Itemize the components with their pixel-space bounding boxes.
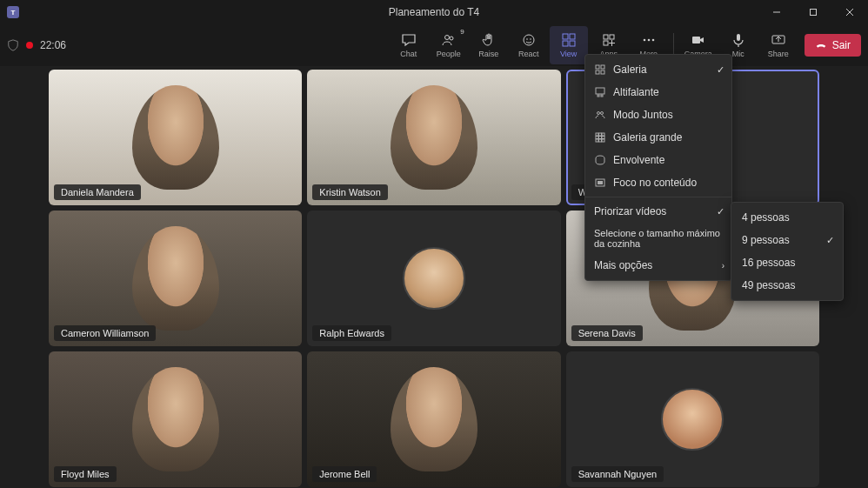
svg-rect-10	[570, 34, 575, 39]
svg-rect-39	[596, 139, 598, 142]
menu-label: Selecione o tamanho máximo da cozinha	[594, 228, 723, 249]
svg-point-5	[450, 37, 453, 40]
participant-tile[interactable]: Kristin Watson	[307, 70, 560, 205]
participant-video	[132, 226, 219, 331]
svg-rect-11	[563, 41, 568, 46]
large-gallery-icon	[594, 131, 606, 144]
chat-button[interactable]: Chat	[390, 26, 428, 64]
svg-rect-24	[596, 65, 599, 69]
size-option-49[interactable]: 49 pessoas	[731, 274, 843, 297]
participant-video	[391, 85, 477, 190]
svg-rect-41	[602, 139, 604, 142]
svg-rect-13	[604, 35, 608, 39]
react-button[interactable]: React	[510, 26, 548, 64]
svg-point-7	[526, 38, 528, 40]
svg-rect-33	[596, 133, 598, 136]
svg-rect-21	[692, 37, 700, 43]
participant-tile[interactable]: Savannah Nguyen	[566, 351, 819, 487]
menu-separator	[585, 197, 731, 197]
svg-rect-38	[602, 137, 604, 139]
participant-tile[interactable]: Floyd Miles	[49, 351, 302, 487]
menu-label: 4 pessoas	[742, 211, 790, 224]
participant-name: Jerome Bell	[312, 466, 377, 482]
mic-icon	[731, 32, 746, 48]
svg-point-8	[530, 38, 531, 40]
participant-tile[interactable]: Jerome Bell	[307, 351, 560, 487]
react-icon	[521, 32, 537, 48]
svg-rect-37	[599, 137, 602, 139]
svg-rect-28	[596, 88, 604, 94]
menu-label: 9 pessoas	[742, 234, 790, 246]
participant-name: Savannah Nguyen	[571, 466, 664, 482]
svg-point-31	[598, 112, 600, 115]
gallery-size-submenu: 4 pessoas 9 pessoas ✓ 16 pessoas 49 pess…	[731, 202, 844, 301]
view-option-prioritize-videos[interactable]: Priorizar vídeos ✓	[585, 200, 731, 223]
svg-rect-15	[604, 41, 608, 45]
view-button[interactable]: View	[550, 26, 588, 64]
mic-label: Mic	[732, 50, 744, 58]
checkmark-icon: ✓	[717, 64, 724, 76]
meeting-duration: 22:06	[40, 39, 66, 51]
view-option-immersive[interactable]: Envolvente	[585, 149, 731, 171]
view-option-gallery[interactable]: Galeria ✓	[585, 58, 731, 81]
view-option-focus-content[interactable]: Foco no conteúdo	[585, 171, 731, 194]
participant-name: Daniela Mandera	[54, 184, 141, 200]
menu-label: Modo Juntos	[613, 109, 673, 121]
size-option-4[interactable]: 4 pessoas	[731, 206, 843, 229]
svg-point-6	[524, 35, 534, 45]
together-icon	[594, 109, 606, 121]
speaker-icon	[594, 86, 606, 98]
view-option-together[interactable]: Modo Juntos	[585, 104, 731, 126]
teams-app-icon: T	[7, 6, 19, 18]
size-option-9[interactable]: 9 pessoas ✓	[731, 229, 843, 251]
menu-label: Foco no conteúdo	[613, 177, 697, 189]
participant-name: Serena Davis	[571, 325, 643, 341]
participant-name: Kristin Watson	[312, 184, 388, 200]
participant-tile[interactable]: Ralph Edwards	[307, 211, 560, 346]
share-label: Share	[768, 50, 789, 58]
more-icon	[641, 32, 657, 48]
svg-rect-40	[599, 139, 602, 142]
view-option-large-gallery[interactable]: Galeria grande	[585, 126, 731, 149]
people-count-badge: 9	[460, 28, 464, 36]
window-maximize-button[interactable]	[795, 0, 831, 24]
size-option-16[interactable]: 16 pessoas	[731, 251, 843, 274]
participant-avatar	[661, 388, 724, 451]
raise-hand-button[interactable]: Raise	[470, 26, 508, 64]
participant-tile[interactable]: Daniela Mandera	[49, 70, 302, 205]
checkmark-icon: ✓	[826, 235, 834, 246]
svg-point-4	[444, 36, 449, 40]
participant-tile[interactable]: Cameron Williamson	[49, 211, 302, 346]
window-close-button[interactable]	[831, 0, 868, 24]
window-title: Planeamento do T4	[389, 6, 480, 18]
view-option-more-options[interactable]: Mais opções ›	[585, 254, 731, 277]
leave-label: Sair	[832, 39, 851, 51]
people-button[interactable]: 9 People	[430, 26, 468, 64]
svg-rect-29	[598, 95, 599, 97]
menu-label: Envolvente	[613, 154, 664, 166]
view-label: View	[560, 50, 577, 58]
chat-label: Chat	[400, 50, 417, 58]
menu-label: Altifalante	[613, 86, 659, 98]
window-minimize-button[interactable]	[758, 0, 795, 24]
camera-icon	[691, 32, 706, 48]
apps-icon	[601, 32, 617, 48]
focus-content-icon	[594, 177, 606, 189]
leave-button[interactable]: Sair	[805, 34, 861, 57]
share-icon	[771, 32, 786, 48]
view-option-select-size[interactable]: Selecione o tamanho máximo da cozinha	[585, 223, 731, 254]
svg-rect-26	[596, 70, 599, 74]
svg-point-19	[647, 39, 650, 42]
menu-label: 49 pessoas	[742, 279, 795, 291]
window-titlebar: T Planeamento do T4	[0, 0, 868, 24]
menu-label: 16 pessoas	[742, 257, 795, 269]
immersive-icon	[594, 154, 606, 166]
view-icon	[561, 32, 577, 48]
svg-point-20	[651, 39, 654, 42]
chat-icon	[401, 32, 417, 48]
view-option-speaker[interactable]: Altifalante	[585, 81, 731, 104]
share-button[interactable]: Share	[759, 26, 798, 64]
react-label: React	[518, 50, 539, 58]
svg-point-18	[643, 39, 645, 42]
chevron-right-icon: ›	[722, 261, 724, 271]
